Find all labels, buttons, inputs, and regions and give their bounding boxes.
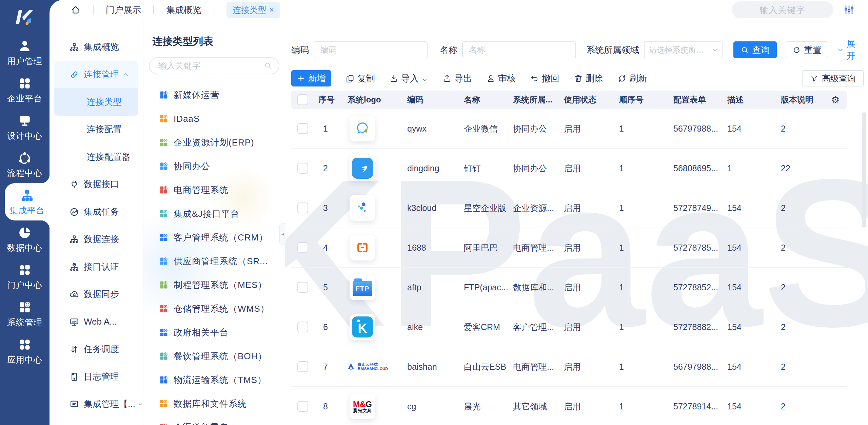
cell-domain: 电商管理...	[510, 361, 561, 372]
column-header-7[interactable]: 顺序号	[616, 94, 671, 105]
connection-type-item-8[interactable]: 供应商管理系统（SR...	[143, 249, 285, 273]
panel-collapse-handle[interactable]: ◂	[279, 223, 285, 245]
row-checkbox[interactable]	[297, 282, 308, 293]
toolbar-button-撤回[interactable]: 撤回	[530, 73, 559, 84]
sidebar-item-5[interactable]: 接口认证	[50, 253, 143, 281]
rail-item-2[interactable]: 企业平台	[0, 71, 50, 109]
table-row-8[interactable]: 8M&G晨光文具cg晨光其它领域启用157278914...1542	[291, 387, 847, 425]
connection-type-item-3[interactable]: 企业资源计划(ERP)	[143, 131, 285, 154]
column-settings-gear-icon[interactable]: ⚙	[830, 94, 847, 105]
log-icon	[69, 372, 79, 382]
rail-item-label: 数据中心	[7, 242, 42, 253]
column-header-3[interactable]: 编码	[405, 94, 461, 105]
table-row-4[interactable]: 41688阿里巴巴电商管理...启用157278785...1542	[291, 228, 847, 268]
toolbar-button-导出[interactable]: 导出	[442, 73, 472, 84]
table-row-3[interactable]: 3k3cloud星空企业版企业资源...启用157278749...1542	[291, 188, 847, 228]
toolbar-button-删除[interactable]: 删除	[574, 73, 603, 84]
connection-type-item-4[interactable]: 协同办公	[143, 154, 285, 178]
topbar-item-1[interactable]: 门户展示	[106, 4, 141, 16]
domain-select[interactable]: 请选择系统所属领域	[644, 41, 723, 58]
reset-button[interactable]: 重置	[786, 41, 828, 58]
rail-item-8[interactable]: 系统管理	[0, 295, 50, 332]
select-all-checkbox[interactable]	[297, 94, 308, 105]
connection-type-item-12[interactable]: 餐饮管理系统（BOH）	[143, 344, 285, 368]
connection-type-item-1[interactable]: 新媒体运营	[143, 83, 285, 107]
connection-type-item-14[interactable]: 数据库和文件系统	[143, 392, 285, 416]
column-header-8[interactable]: 配置表单	[671, 94, 725, 105]
connection-type-item-2[interactable]: IDaaS	[143, 107, 285, 131]
connection-type-item-11[interactable]: 政府相关平台	[143, 321, 285, 344]
sidebar-item-9[interactable]: 日志管理	[50, 363, 143, 390]
column-header-5[interactable]: 系统所属...	[510, 94, 561, 105]
connection-type-item-6[interactable]: 集成&J接口平台	[143, 202, 285, 226]
connection-type-item-15[interactable]: 全渠道新零售	[143, 416, 285, 425]
table-scrollbar[interactable]	[862, 112, 866, 228]
rail-item-6[interactable]: 数据中心	[0, 220, 50, 258]
rail-item-label: 流程中心	[7, 168, 42, 179]
column-header-4[interactable]: 名称	[461, 94, 510, 105]
sliders-filter-icon[interactable]	[843, 4, 855, 16]
home-icon[interactable]	[71, 5, 81, 15]
row-checkbox[interactable]	[297, 322, 308, 332]
column-header-2[interactable]: 系统logo	[345, 94, 405, 105]
connection-type-item-5[interactable]: 电商管理系统	[143, 178, 285, 202]
connection-type-item-10[interactable]: 仓储管理系统（WMS）	[143, 297, 285, 321]
rail-item-9[interactable]: 应用中心	[0, 332, 50, 370]
column-header-6[interactable]: 使用状态	[561, 94, 616, 105]
sidebar-item-3[interactable]: 集成任务	[50, 198, 143, 226]
sidebar-item-group-head[interactable]: 连接管理	[54, 61, 138, 88]
advanced-query-button[interactable]: 高级查询	[802, 70, 864, 86]
toolbar-button-导入[interactable]: 导入	[389, 73, 428, 84]
add-button[interactable]: 新增	[291, 70, 331, 86]
panel-search-input[interactable]: 输入关键字	[149, 57, 279, 74]
tab-connection-type[interactable]: 连接类型 ×	[226, 2, 280, 18]
column-header-10[interactable]: 版本说明	[778, 94, 830, 105]
column-header-1[interactable]: 序号	[316, 94, 345, 105]
sidebar-subitem-active[interactable]: 连接类型	[54, 88, 138, 116]
type-grid-icon	[159, 423, 169, 425]
sidebar-item-7[interactable]: APIWeb A...	[50, 308, 143, 335]
sidebar-subitem[interactable]: 连接配置	[50, 116, 143, 143]
row-checkbox[interactable]	[297, 361, 308, 372]
rail-item-3[interactable]: 设计中心	[0, 109, 50, 146]
connection-type-item-9[interactable]: 制程管理系统（MES）	[143, 273, 285, 297]
sidebar-subitem[interactable]: 连接配置器	[50, 143, 143, 171]
rail-item-7[interactable]: 门户中心	[0, 258, 50, 295]
toolbar-button-刷新[interactable]: 刷新	[617, 73, 647, 84]
column-header-9[interactable]: 描述	[725, 94, 778, 105]
row-checkbox[interactable]	[297, 163, 308, 174]
row-checkbox[interactable]	[297, 401, 308, 412]
sidebar-item-10[interactable]: 集成管理【...	[50, 390, 143, 418]
sidebar-item-8[interactable]: 任务调度	[50, 335, 143, 363]
table-row-5[interactable]: 5FTPaftpFTP(apac...数据库和...启用157278852...…	[291, 268, 847, 307]
cell-status: 启用	[561, 322, 616, 333]
query-button[interactable]: 查询	[733, 41, 777, 58]
table-row-2[interactable]: 2dingding钉钉协同办公启用156808695...122	[291, 149, 847, 188]
rail-item-1[interactable]: 用户管理	[0, 34, 50, 71]
type-grid-icon	[159, 161, 169, 171]
connection-type-item-7[interactable]: 客户管理系统（CRM）	[143, 226, 285, 249]
code-filter-input[interactable]	[314, 41, 428, 58]
name-filter-input[interactable]	[462, 41, 576, 58]
table-row-6[interactable]: 6Kaike爱客CRM客户管理...启用157278882...1542	[291, 307, 847, 347]
expand-link[interactable]: 展开	[836, 38, 864, 62]
row-checkbox[interactable]	[297, 242, 308, 253]
rail-item-5[interactable]: 集成平台	[5, 183, 50, 220]
toolbar-button-复制[interactable]: 复制	[346, 73, 375, 84]
sidebar-item-4[interactable]: 数据连接	[50, 226, 143, 253]
sidebar-item-0[interactable]: 集成概览	[50, 33, 143, 61]
topbar-item-2[interactable]: 集成概览	[166, 4, 201, 16]
sidebar-item-2[interactable]: 数据接口	[50, 171, 143, 198]
cell-domain: 协同办公	[510, 123, 561, 134]
toolbar-button-审核[interactable]: 审核	[486, 73, 516, 84]
global-search-input[interactable]: 输入关键字	[732, 1, 833, 18]
connection-type-item-13[interactable]: 物流运输系统（TMS）	[143, 368, 285, 392]
link-icon	[69, 70, 79, 80]
table-row-7[interactable]: 7白山云科技BAISHANCLOUDbaishan白山云ESB电商管理...启用…	[291, 347, 847, 387]
app-logo[interactable]	[0, 0, 50, 34]
row-checkbox[interactable]	[297, 123, 308, 134]
table-row-1[interactable]: 1qywx企业微信协同办公启用156797988...1542	[291, 109, 847, 149]
sidebar-item-6[interactable]: 数据同步	[50, 281, 143, 308]
tab-close-icon[interactable]: ×	[269, 6, 274, 14]
row-checkbox[interactable]	[297, 202, 308, 213]
